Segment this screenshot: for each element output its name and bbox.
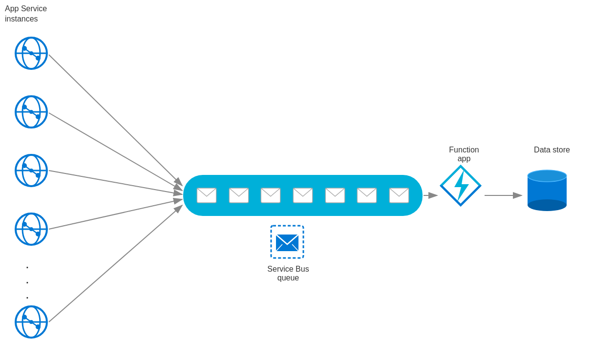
function-app-icon: [439, 164, 483, 208]
app-service-label: App Service instances: [5, 4, 47, 24]
svg-marker-48: [454, 170, 469, 202]
svg-line-57: [49, 199, 182, 229]
app-service-instance-3: [15, 154, 48, 187]
svg-line-54: [49, 55, 182, 186]
service-bus-label: Service Bus queue: [256, 265, 320, 282]
data-store-label: Data store: [525, 146, 579, 154]
svg-line-56: [49, 171, 182, 194]
app-service-instance-2: [15, 95, 48, 128]
function-app-label: Function app: [440, 146, 488, 163]
svg-line-58: [49, 205, 182, 322]
envelope-icon-1: [196, 188, 217, 203]
app-service-instance-5: [15, 305, 48, 339]
app-service-instance-4: [15, 213, 48, 246]
envelope-icon-7: [388, 188, 410, 203]
app-service-instance-1: [15, 37, 48, 70]
svg-point-34: [29, 320, 33, 324]
service-bus-queue-pill: [183, 175, 423, 216]
svg-point-6: [29, 51, 33, 55]
svg-point-27: [29, 227, 33, 231]
service-bus-icon: [270, 225, 304, 259]
envelope-icon-3: [260, 188, 281, 203]
ellipsis-dots: ...: [25, 257, 30, 301]
architecture-diagram: App Service instances: [0, 0, 594, 364]
svg-line-55: [49, 113, 182, 191]
envelope-icon-6: [356, 188, 378, 203]
envelope-icon-2: [228, 188, 250, 203]
svg-point-51: [528, 199, 567, 211]
envelope-icon-5: [324, 188, 346, 203]
svg-point-20: [29, 169, 33, 172]
envelope-icon-4: [292, 188, 314, 203]
data-store-icon: [523, 164, 572, 213]
svg-point-13: [29, 110, 33, 114]
